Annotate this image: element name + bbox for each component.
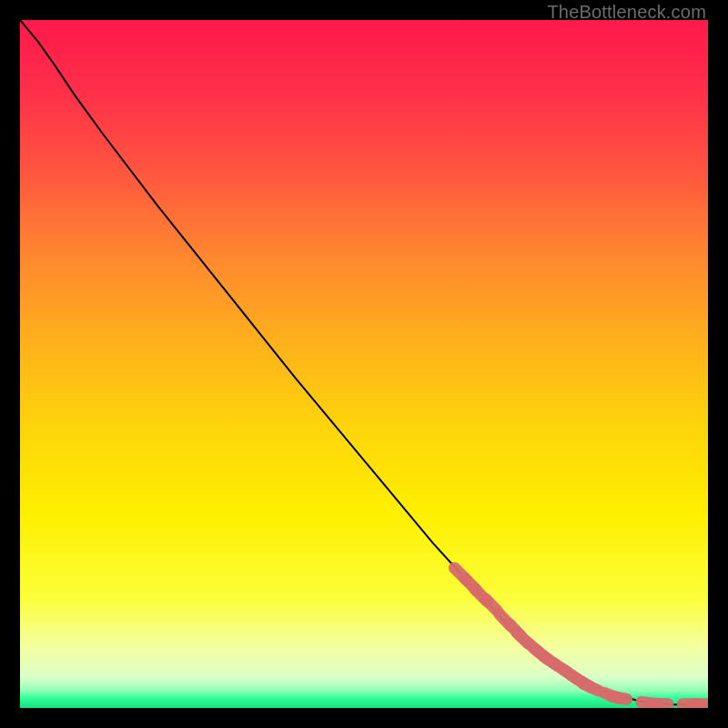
plot-area	[20, 20, 708, 708]
chart-svg	[20, 20, 708, 708]
gradient-background	[20, 20, 708, 708]
data-marker	[611, 696, 627, 700]
data-marker	[486, 599, 498, 611]
data-marker	[583, 684, 598, 691]
chart-stage: TheBottleneck.com	[0, 0, 728, 728]
